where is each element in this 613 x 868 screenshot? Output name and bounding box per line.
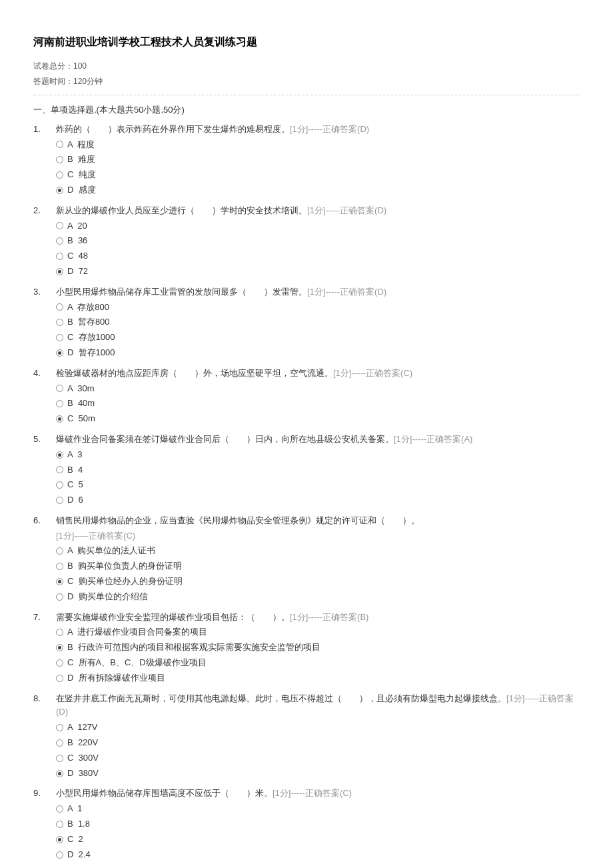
option[interactable]: A 127V [56,721,580,735]
radio-icon[interactable] [56,578,63,585]
radio-icon[interactable] [56,319,63,326]
option-label: B 1.8 [67,817,90,831]
option[interactable]: C 5 [56,478,580,492]
option[interactable]: C 所有A、B、C、D级爆破作业项目 [56,656,580,670]
divider [33,95,580,95]
radio-icon[interactable] [56,187,63,194]
question-text: 小型民用爆炸物品储存库工业雷管的发放间最多（ ）发雷管。[1分]-----正确答… [56,285,580,299]
radio-icon[interactable] [56,222,63,229]
question-text: 在竖井井底工作面无瓦斯时，可使用其他电源起爆。此时，电压不得超过（ ），且必须有… [56,692,580,720]
option-label: A 存放800 [67,301,109,315]
option-label: B 36 [67,234,87,248]
option[interactable]: C 纯度 [56,168,580,182]
radio-icon[interactable] [56,303,63,311]
option[interactable]: B 暂存800 [56,315,580,329]
radio-icon[interactable] [56,836,63,843]
option-label: C 纯度 [67,168,96,182]
option[interactable]: D 暂存1000 [56,346,580,360]
radio-icon[interactable] [56,770,63,777]
option[interactable]: B 购买单位负责人的身份证明 [56,559,580,573]
option[interactable]: A 购买单位的法人证书 [56,544,580,558]
option[interactable]: D 380V [56,767,580,781]
radio-icon[interactable] [56,451,63,459]
option[interactable]: B 4 [56,463,580,477]
option[interactable]: C 300V [56,751,580,765]
option[interactable]: A 进行爆破作业项目合同备案的项目 [56,625,580,639]
option[interactable]: B 行政许可范围内的项目和根据客观实际需要实施安全监管的项目 [56,641,580,655]
option-label: D 感度 [67,183,96,197]
question-body: 新从业的爆破作业人员应至少进行（ ）学时的安全技术培训。[1分]-----正确答… [56,204,580,279]
radio-icon[interactable] [56,237,63,245]
score-answer: [1分]-----正确答案(A) [394,434,472,444]
radio-icon[interactable] [56,593,63,601]
option[interactable]: C 2 [56,833,580,847]
question-text: 销售民用爆炸物品的企业，应当查验《民用爆炸物品安全管理条例》规定的许可证和（ ）… [56,514,580,528]
option[interactable]: A 存放800 [56,301,580,315]
question: 9.小型民用爆炸物品储存库围墙高度不应低于（ ）米。[1分]-----正确答案(… [33,787,580,861]
question-number: 5. [33,433,56,507]
total-score: 试卷总分：100 [33,60,580,73]
radio-icon[interactable] [56,821,63,828]
option[interactable]: A 30m [56,382,580,396]
option[interactable]: C 购买单位经办人的身份证明 [56,575,580,589]
radio-icon[interactable] [56,724,63,731]
option-label: D 购买单位的介绍信 [67,590,148,604]
option[interactable]: A 程度 [56,138,580,152]
radio-icon[interactable] [56,171,63,179]
radio-icon[interactable] [56,481,63,489]
option-label: D 380V [67,767,99,781]
radio-icon[interactable] [56,851,63,859]
radio-icon[interactable] [56,400,63,407]
option[interactable]: D 6 [56,493,580,507]
question-number: 2. [33,204,56,279]
score-answer: [1分]-----正确答案(B) [290,612,368,622]
option[interactable]: B 40m [56,397,580,411]
radio-icon[interactable] [56,675,63,682]
radio-icon[interactable] [56,466,63,473]
radio-icon[interactable] [56,563,63,570]
option-label: C 2 [67,833,83,847]
radio-icon[interactable] [56,334,63,341]
option[interactable]: D 2.4 [56,848,580,862]
option[interactable]: B 220V [56,736,580,750]
option-label: C 购买单位经办人的身份证明 [67,575,183,589]
option[interactable]: B 难度 [56,153,580,167]
radio-icon[interactable] [56,659,63,667]
radio-icon[interactable] [56,547,63,555]
option[interactable]: D 购买单位的介绍信 [56,590,580,604]
radio-icon[interactable] [56,755,63,762]
option[interactable]: D 所有拆除爆破作业项目 [56,671,580,685]
option[interactable]: C 存放1000 [56,331,580,345]
option[interactable]: C 50m [56,412,580,426]
option-label: A 1 [67,802,82,816]
radio-icon[interactable] [56,739,63,747]
option[interactable]: A 1 [56,802,580,816]
question-text: 小型民用爆炸物品储存库围墙高度不应低于（ ）米。[1分]-----正确答案(C) [56,787,580,801]
radio-icon[interactable] [56,497,63,504]
option[interactable]: B 36 [56,234,580,248]
score-answer: [1分]-----正确答案(D) [307,287,386,297]
option[interactable]: A 20 [56,219,580,233]
radio-icon[interactable] [56,629,63,636]
radio-icon[interactable] [56,141,63,148]
question-body: 销售民用爆炸物品的企业，应当查验《民用爆炸物品安全管理条例》规定的许可证和（ ）… [56,514,580,604]
radio-icon[interactable] [56,253,63,260]
option-label: C 存放1000 [67,331,115,345]
option[interactable]: C 48 [56,249,580,263]
question-number: 4. [33,367,56,426]
radio-icon[interactable] [56,805,63,813]
radio-icon[interactable] [56,349,63,357]
radio-icon[interactable] [56,644,63,651]
question-body: 需要实施爆破作业安全监理的爆破作业项目包括：（ ）。[1分]-----正确答案(… [56,611,580,685]
option-label: D 2.4 [67,848,91,862]
option[interactable]: B 1.8 [56,817,580,831]
option[interactable]: A 3 [56,448,580,462]
option-label: A 3 [67,448,82,462]
option[interactable]: D 感度 [56,183,580,197]
radio-icon[interactable] [56,156,63,163]
radio-icon[interactable] [56,415,63,423]
radio-icon[interactable] [56,385,63,392]
option-label: A 进行爆破作业项目合同备案的项目 [67,625,207,639]
option[interactable]: D 72 [56,265,580,279]
radio-icon[interactable] [56,268,63,275]
